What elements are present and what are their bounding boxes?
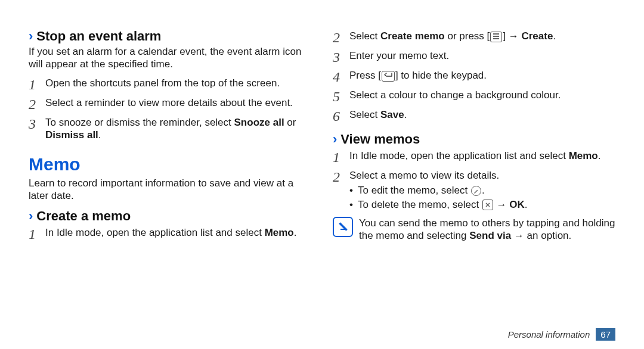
heading-text: Stop an event alarm (36, 29, 161, 44)
t: . (553, 30, 556, 42)
step-number: 1 (333, 149, 349, 164)
stop-alarm-intro: If you set an alarm for a calendar event… (29, 45, 305, 71)
stop-step-3: 3 To snooze or dismiss the reminder, sel… (29, 116, 305, 142)
step-text: Press [] to hide the keypad. (349, 69, 615, 82)
chevron-icon: › (333, 133, 337, 146)
step-text: Select Save. (349, 108, 615, 121)
t: To delete the memo, select (358, 199, 482, 210)
t: → (494, 199, 509, 210)
bold: Send via (469, 230, 511, 241)
step-text: Select a memo to view its details. • To … (349, 169, 615, 212)
t: Select a memo to view its details. (349, 170, 499, 181)
chevron-icon: › (29, 30, 33, 43)
t: . (598, 150, 601, 161)
step-text: Select Create memo or press [] → Create. (349, 30, 615, 42)
step-number: 1 (29, 77, 45, 92)
bold: Create (521, 30, 553, 42)
heading-text: Create a memo (36, 208, 131, 224)
step-text: In Idle mode, open the application list … (45, 226, 305, 239)
t: . (294, 227, 297, 238)
step-number: 3 (333, 49, 349, 64)
bold: Create memo (380, 30, 445, 42)
t: Select (349, 109, 380, 120)
heading-text: View memos (340, 132, 420, 147)
t: Press [ (349, 70, 381, 81)
step-text: In Idle mode, open the application list … (349, 149, 615, 162)
create-step-3: 3 Enter your memo text. (333, 49, 615, 64)
view-step-2: 2 Select a memo to view its details. • T… (333, 169, 615, 212)
step-text: Open the shortcuts panel from the top of… (45, 77, 305, 89)
t: or (284, 117, 296, 128)
bold: Memo (265, 227, 294, 238)
step-number: 1 (29, 226, 45, 241)
right-column: 2 Select Create memo or press [] → Creat… (322, 24, 615, 349)
step-number: 2 (333, 30, 349, 45)
t: In Idle mode, open the application list … (45, 227, 265, 238)
t: . (404, 109, 407, 120)
heading-create-memo: › Create a memo (29, 208, 305, 224)
footer-section: Personal information (508, 329, 590, 339)
delete-x-icon (482, 200, 493, 210)
step-text: Select a colour to change a background c… (349, 89, 615, 101)
left-column: › Stop an event alarm If you set an alar… (29, 24, 322, 349)
t: . (525, 199, 528, 210)
bold: Dismiss all (45, 129, 98, 141)
create-step-2: 2 Select Create memo or press [] → Creat… (333, 30, 615, 45)
step-number: 2 (333, 169, 349, 184)
bullet-text: To delete the memo, select → OK. (358, 198, 528, 211)
page-number: 67 (596, 328, 615, 341)
bold: Memo (569, 150, 598, 161)
page-footer: Personal information 67 (508, 328, 615, 341)
t: In Idle mode, open the application list … (349, 150, 569, 161)
t: or press [ (445, 30, 490, 42)
t: To snooze or dismiss the reminder, selec… (45, 117, 234, 128)
memo-intro: Learn to record important information to… (29, 177, 305, 202)
heading-view-memos: › View memos (333, 132, 615, 147)
chevron-icon: › (29, 210, 33, 223)
step-text: To snooze or dismiss the reminder, selec… (45, 116, 305, 142)
t: To edit the memo, select (358, 185, 470, 196)
note-icon (333, 217, 353, 237)
step-number: 4 (333, 69, 349, 84)
bullet-text: To edit the memo, select . (358, 184, 485, 197)
step-number: 6 (333, 108, 349, 123)
t: → an option. (511, 230, 571, 241)
step-number: 5 (333, 89, 349, 104)
bullet-dot: • (349, 198, 358, 211)
step-number: 3 (29, 116, 45, 131)
step-number: 2 (29, 96, 45, 111)
menu-key-icon (490, 32, 502, 42)
stop-step-2: 2 Select a reminder to view more details… (29, 96, 305, 111)
bold: Snooze all (234, 117, 284, 128)
create-step-5: 5 Select a colour to change a background… (333, 89, 615, 104)
step-text: Enter your memo text. (349, 49, 615, 62)
step-text: Select a reminder to view more details a… (45, 96, 305, 109)
bullet-dot: • (349, 184, 358, 197)
t: . (98, 129, 101, 141)
create-step-4: 4 Press [] to hide the keypad. (333, 69, 615, 84)
note-send-via: You can send the memo to others by tappi… (333, 217, 615, 242)
create-step-6: 6 Select Save. (333, 108, 615, 123)
t: Select (349, 30, 380, 42)
sub-bullets: • To edit the memo, select . • To delete… (349, 184, 615, 211)
bullet-delete: • To delete the memo, select → OK. (349, 198, 615, 211)
create-step-1: 1 In Idle mode, open the application lis… (29, 226, 305, 241)
bullet-edit: • To edit the memo, select . (349, 184, 615, 197)
t: . (482, 185, 485, 196)
t: ] to hide the keypad. (395, 70, 487, 81)
stop-step-1: 1 Open the shortcuts panel from the top … (29, 77, 305, 92)
bold: OK (509, 199, 525, 210)
manual-page: › Stop an event alarm If you set an alar… (0, 0, 644, 349)
bold: Save (380, 109, 404, 120)
edit-pencil-icon (471, 186, 481, 196)
t: ] → (503, 30, 521, 42)
view-step-1: 1 In Idle mode, open the application lis… (333, 149, 615, 164)
section-title-memo: Memo (29, 154, 305, 174)
heading-stop-alarm: › Stop an event alarm (29, 29, 305, 44)
back-key-icon (382, 71, 395, 82)
note-text: You can send the memo to others by tappi… (359, 217, 615, 242)
